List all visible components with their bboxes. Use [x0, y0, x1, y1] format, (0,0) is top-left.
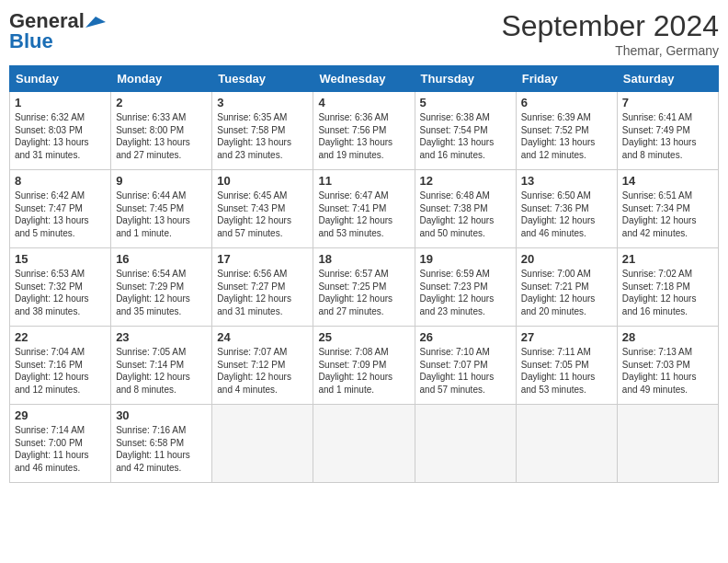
day-info: Sunrise: 7:08 AMSunset: 7:09 PMDaylight:…	[318, 346, 409, 396]
header-sunday: Sunday	[10, 66, 111, 92]
day-info: Sunrise: 6:51 AMSunset: 7:34 PMDaylight:…	[622, 190, 713, 239]
day-cell: 1Sunrise: 6:32 AMSunset: 8:03 PMDaylight…	[10, 92, 111, 170]
day-number: 14	[622, 174, 713, 188]
day-cell	[212, 405, 313, 483]
day-cell: 23Sunrise: 7:05 AMSunset: 7:14 PMDayligh…	[111, 327, 212, 405]
day-cell: 28Sunrise: 7:13 AMSunset: 7:03 PMDayligh…	[617, 327, 718, 405]
day-cell: 12Sunrise: 6:48 AMSunset: 7:38 PMDayligh…	[415, 170, 516, 248]
day-cell: 7Sunrise: 6:41 AMSunset: 7:49 PMDaylight…	[617, 92, 718, 170]
day-cell: 22Sunrise: 7:04 AMSunset: 7:16 PMDayligh…	[10, 327, 111, 405]
logo-icon	[85, 15, 106, 29]
day-cell: 17Sunrise: 6:56 AMSunset: 7:27 PMDayligh…	[212, 248, 313, 327]
day-cell: 30Sunrise: 7:16 AMSunset: 6:58 PMDayligh…	[111, 405, 212, 483]
day-info: Sunrise: 7:13 AMSunset: 7:03 PMDaylight:…	[622, 346, 713, 396]
day-cell	[516, 405, 617, 483]
day-info: Sunrise: 6:48 AMSunset: 7:38 PMDaylight:…	[420, 190, 511, 239]
header-row: SundayMondayTuesdayWednesdayThursdayFrid…	[10, 66, 719, 92]
day-number: 1	[15, 96, 106, 109]
day-number: 3	[217, 96, 308, 109]
day-cell: 6Sunrise: 6:39 AMSunset: 7:52 PMDaylight…	[516, 92, 617, 170]
day-info: Sunrise: 7:04 AMSunset: 7:16 PMDaylight:…	[15, 346, 106, 396]
day-cell: 25Sunrise: 7:08 AMSunset: 7:09 PMDayligh…	[313, 327, 415, 405]
day-cell: 11Sunrise: 6:47 AMSunset: 7:41 PMDayligh…	[313, 170, 415, 248]
day-cell: 15Sunrise: 6:53 AMSunset: 7:32 PMDayligh…	[10, 248, 111, 327]
logo-blue: Blue	[9, 29, 53, 53]
day-info: Sunrise: 7:00 AMSunset: 7:21 PMDaylight:…	[521, 268, 612, 317]
day-info: Sunrise: 6:35 AMSunset: 7:58 PMDaylight:…	[217, 111, 308, 161]
day-number: 10	[217, 174, 308, 188]
day-info: Sunrise: 6:33 AMSunset: 8:00 PMDaylight:…	[116, 111, 207, 161]
day-cell: 27Sunrise: 7:11 AMSunset: 7:05 PMDayligh…	[516, 327, 617, 405]
day-info: Sunrise: 6:39 AMSunset: 7:52 PMDaylight:…	[521, 111, 612, 161]
day-number: 13	[521, 174, 612, 188]
day-cell: 8Sunrise: 6:42 AMSunset: 7:47 PMDaylight…	[10, 170, 111, 248]
day-info: Sunrise: 7:07 AMSunset: 7:12 PMDaylight:…	[217, 346, 308, 396]
day-number: 27	[521, 330, 612, 344]
day-cell: 16Sunrise: 6:54 AMSunset: 7:29 PMDayligh…	[111, 248, 212, 327]
day-number: 28	[622, 330, 713, 344]
week-row-1: 1Sunrise: 6:32 AMSunset: 8:03 PMDaylight…	[10, 92, 719, 170]
day-number: 8	[15, 174, 106, 188]
day-info: Sunrise: 7:02 AMSunset: 7:18 PMDaylight:…	[622, 268, 713, 317]
day-cell	[617, 405, 718, 483]
day-info: Sunrise: 6:56 AMSunset: 7:27 PMDaylight:…	[217, 268, 308, 317]
day-number: 23	[116, 330, 207, 344]
day-info: Sunrise: 6:32 AMSunset: 8:03 PMDaylight:…	[15, 111, 106, 161]
day-number: 26	[420, 330, 511, 344]
week-row-5: 29Sunrise: 7:14 AMSunset: 7:00 PMDayligh…	[10, 405, 719, 483]
day-number: 24	[217, 330, 308, 344]
day-cell: 3Sunrise: 6:35 AMSunset: 7:58 PMDaylight…	[212, 92, 313, 170]
day-number: 19	[420, 252, 511, 266]
day-number: 4	[318, 96, 409, 109]
day-cell: 21Sunrise: 7:02 AMSunset: 7:18 PMDayligh…	[617, 248, 718, 327]
day-cell: 24Sunrise: 7:07 AMSunset: 7:12 PMDayligh…	[212, 327, 313, 405]
week-row-2: 8Sunrise: 6:42 AMSunset: 7:47 PMDaylight…	[10, 170, 719, 248]
header-friday: Friday	[516, 66, 617, 92]
header-monday: Monday	[111, 66, 212, 92]
day-info: Sunrise: 6:50 AMSunset: 7:36 PMDaylight:…	[521, 190, 612, 239]
month-title: September 2024	[501, 9, 719, 43]
header-wednesday: Wednesday	[313, 66, 415, 92]
header-saturday: Saturday	[617, 66, 718, 92]
day-number: 12	[420, 174, 511, 188]
day-cell	[313, 405, 415, 483]
day-info: Sunrise: 6:54 AMSunset: 7:29 PMDaylight:…	[116, 268, 207, 317]
week-row-4: 22Sunrise: 7:04 AMSunset: 7:16 PMDayligh…	[10, 327, 719, 405]
day-cell: 18Sunrise: 6:57 AMSunset: 7:25 PMDayligh…	[313, 248, 415, 327]
day-cell: 2Sunrise: 6:33 AMSunset: 8:00 PMDaylight…	[111, 92, 212, 170]
day-info: Sunrise: 6:44 AMSunset: 7:45 PMDaylight:…	[116, 190, 207, 239]
title-area: September 2024 Themar, Germany	[501, 9, 719, 58]
day-number: 30	[116, 408, 207, 422]
day-info: Sunrise: 7:16 AMSunset: 6:58 PMDaylight:…	[116, 424, 207, 474]
day-number: 25	[318, 330, 409, 344]
day-number: 21	[622, 252, 713, 266]
day-info: Sunrise: 7:10 AMSunset: 7:07 PMDaylight:…	[420, 346, 511, 396]
day-cell: 14Sunrise: 6:51 AMSunset: 7:34 PMDayligh…	[617, 170, 718, 248]
day-info: Sunrise: 6:59 AMSunset: 7:23 PMDaylight:…	[420, 268, 511, 317]
day-number: 16	[116, 252, 207, 266]
location: Themar, Germany	[501, 43, 719, 58]
day-info: Sunrise: 6:57 AMSunset: 7:25 PMDaylight:…	[318, 268, 409, 317]
day-number: 18	[318, 252, 409, 266]
day-cell: 26Sunrise: 7:10 AMSunset: 7:07 PMDayligh…	[415, 327, 516, 405]
day-cell	[415, 405, 516, 483]
day-info: Sunrise: 6:36 AMSunset: 7:56 PMDaylight:…	[318, 111, 409, 161]
day-number: 11	[318, 174, 409, 188]
day-number: 6	[521, 96, 612, 109]
logo: General Blue	[9, 9, 106, 53]
day-cell: 29Sunrise: 7:14 AMSunset: 7:00 PMDayligh…	[10, 405, 111, 483]
day-cell: 5Sunrise: 6:38 AMSunset: 7:54 PMDaylight…	[415, 92, 516, 170]
day-info: Sunrise: 6:45 AMSunset: 7:43 PMDaylight:…	[217, 190, 308, 239]
day-number: 22	[15, 330, 106, 344]
day-info: Sunrise: 7:14 AMSunset: 7:00 PMDaylight:…	[15, 424, 106, 474]
day-cell: 19Sunrise: 6:59 AMSunset: 7:23 PMDayligh…	[415, 248, 516, 327]
day-cell: 13Sunrise: 6:50 AMSunset: 7:36 PMDayligh…	[516, 170, 617, 248]
calendar-table: SundayMondayTuesdayWednesdayThursdayFrid…	[9, 65, 719, 483]
day-number: 17	[217, 252, 308, 266]
day-number: 2	[116, 96, 207, 109]
day-info: Sunrise: 6:41 AMSunset: 7:49 PMDaylight:…	[622, 111, 713, 161]
day-cell: 20Sunrise: 7:00 AMSunset: 7:21 PMDayligh…	[516, 248, 617, 327]
day-info: Sunrise: 6:42 AMSunset: 7:47 PMDaylight:…	[15, 190, 106, 239]
day-number: 9	[116, 174, 207, 188]
day-number: 20	[521, 252, 612, 266]
